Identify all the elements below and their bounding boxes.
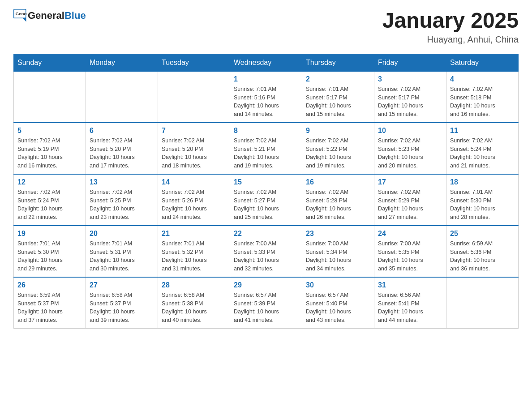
logo-blue-text: Blue <box>64 10 86 21</box>
day-number: 27 <box>90 281 154 289</box>
day-info: Sunrise: 7:02 AMSunset: 5:17 PMDaylight:… <box>378 85 442 119</box>
day-info: Sunrise: 7:00 AMSunset: 5:35 PMDaylight:… <box>378 240 442 273</box>
week-row-2: 5Sunrise: 7:02 AMSunset: 5:19 PMDaylight… <box>14 123 519 174</box>
day-number: 12 <box>17 178 82 186</box>
page-header: General GeneralBlue January 2025 Huayang… <box>13 9 519 45</box>
day-info: Sunrise: 7:02 AMSunset: 5:19 PMDaylight:… <box>17 137 82 170</box>
day-cell-31: 31Sunrise: 6:56 AMSunset: 5:41 PMDayligh… <box>374 277 446 329</box>
day-cell-19: 19Sunrise: 7:01 AMSunset: 5:30 PMDayligh… <box>14 226 86 277</box>
day-number: 26 <box>17 281 82 289</box>
empty-cell <box>446 277 519 329</box>
svg-text:General: General <box>16 11 27 16</box>
day-info: Sunrise: 7:02 AMSunset: 5:29 PMDaylight:… <box>378 188 442 222</box>
day-number: 28 <box>162 281 226 289</box>
day-header-sunday: Sunday <box>14 54 86 71</box>
day-info: Sunrise: 7:02 AMSunset: 5:28 PMDaylight:… <box>306 188 370 222</box>
day-cell-6: 6Sunrise: 7:02 AMSunset: 5:20 PMDaylight… <box>86 123 158 174</box>
day-info: Sunrise: 6:59 AMSunset: 5:37 PMDaylight:… <box>17 291 82 325</box>
day-cell-26: 26Sunrise: 6:59 AMSunset: 5:37 PMDayligh… <box>14 277 86 329</box>
logo: General GeneralBlue <box>13 9 86 22</box>
day-cell-25: 25Sunrise: 6:59 AMSunset: 5:36 PMDayligh… <box>446 226 519 277</box>
day-number: 14 <box>162 178 226 186</box>
day-number: 2 <box>306 75 370 83</box>
week-row-1: 1Sunrise: 7:01 AMSunset: 5:16 PMDaylight… <box>14 71 519 123</box>
day-info: Sunrise: 7:01 AMSunset: 5:31 PMDaylight:… <box>90 240 154 273</box>
day-info: Sunrise: 7:02 AMSunset: 5:22 PMDaylight:… <box>306 137 370 170</box>
day-cell-23: 23Sunrise: 7:00 AMSunset: 5:34 PMDayligh… <box>302 226 374 277</box>
day-number: 13 <box>90 178 154 186</box>
day-cell-24: 24Sunrise: 7:00 AMSunset: 5:35 PMDayligh… <box>374 226 446 277</box>
day-info: Sunrise: 7:01 AMSunset: 5:30 PMDaylight:… <box>450 188 515 222</box>
day-cell-1: 1Sunrise: 7:01 AMSunset: 5:16 PMDaylight… <box>230 71 302 123</box>
day-number: 31 <box>378 281 442 289</box>
day-number: 20 <box>90 230 154 238</box>
day-number: 18 <box>450 178 515 186</box>
day-cell-27: 27Sunrise: 6:58 AMSunset: 5:37 PMDayligh… <box>86 277 158 329</box>
day-info: Sunrise: 7:02 AMSunset: 5:20 PMDaylight:… <box>162 137 226 170</box>
day-info: Sunrise: 6:57 AMSunset: 5:40 PMDaylight:… <box>306 291 370 325</box>
week-row-3: 12Sunrise: 7:02 AMSunset: 5:24 PMDayligh… <box>14 174 519 226</box>
day-number: 15 <box>234 178 298 186</box>
day-cell-5: 5Sunrise: 7:02 AMSunset: 5:19 PMDaylight… <box>14 123 86 174</box>
day-info: Sunrise: 7:02 AMSunset: 5:27 PMDaylight:… <box>234 188 298 222</box>
day-cell-28: 28Sunrise: 6:58 AMSunset: 5:38 PMDayligh… <box>158 277 230 329</box>
day-header-saturday: Saturday <box>446 54 519 71</box>
day-cell-30: 30Sunrise: 6:57 AMSunset: 5:40 PMDayligh… <box>302 277 374 329</box>
empty-cell <box>86 71 158 123</box>
day-header-monday: Monday <box>86 54 158 71</box>
day-info: Sunrise: 7:01 AMSunset: 5:16 PMDaylight:… <box>234 85 298 119</box>
logo-icon: General <box>13 9 27 22</box>
location: Huayang, Anhui, China <box>382 34 519 45</box>
day-number: 3 <box>378 75 442 83</box>
day-cell-4: 4Sunrise: 7:02 AMSunset: 5:18 PMDaylight… <box>446 71 519 123</box>
week-row-4: 19Sunrise: 7:01 AMSunset: 5:30 PMDayligh… <box>14 226 519 277</box>
day-cell-3: 3Sunrise: 7:02 AMSunset: 5:17 PMDaylight… <box>374 71 446 123</box>
day-info: Sunrise: 7:00 AMSunset: 5:33 PMDaylight:… <box>234 240 298 273</box>
calendar-table: SundayMondayTuesdayWednesdayThursdayFrid… <box>13 54 519 329</box>
day-info: Sunrise: 7:02 AMSunset: 5:20 PMDaylight:… <box>90 137 154 170</box>
day-cell-14: 14Sunrise: 7:02 AMSunset: 5:26 PMDayligh… <box>158 174 230 226</box>
empty-cell <box>158 71 230 123</box>
day-info: Sunrise: 7:01 AMSunset: 5:32 PMDaylight:… <box>162 240 226 273</box>
day-cell-13: 13Sunrise: 7:02 AMSunset: 5:25 PMDayligh… <box>86 174 158 226</box>
day-cell-17: 17Sunrise: 7:02 AMSunset: 5:29 PMDayligh… <box>374 174 446 226</box>
day-info: Sunrise: 7:02 AMSunset: 5:21 PMDaylight:… <box>234 137 298 170</box>
day-number: 5 <box>17 127 82 135</box>
day-info: Sunrise: 7:02 AMSunset: 5:24 PMDaylight:… <box>450 137 515 170</box>
empty-cell <box>14 71 86 123</box>
day-cell-11: 11Sunrise: 7:02 AMSunset: 5:24 PMDayligh… <box>446 123 519 174</box>
day-number: 1 <box>234 75 298 83</box>
day-number: 7 <box>162 127 226 135</box>
title-block: January 2025 Huayang, Anhui, China <box>382 9 519 45</box>
day-number: 23 <box>306 230 370 238</box>
day-header-tuesday: Tuesday <box>158 54 230 71</box>
day-info: Sunrise: 6:57 AMSunset: 5:39 PMDaylight:… <box>234 291 298 325</box>
day-info: Sunrise: 7:01 AMSunset: 5:30 PMDaylight:… <box>17 240 82 273</box>
day-cell-20: 20Sunrise: 7:01 AMSunset: 5:31 PMDayligh… <box>86 226 158 277</box>
day-number: 19 <box>17 230 82 238</box>
day-header-thursday: Thursday <box>302 54 374 71</box>
days-header-row: SundayMondayTuesdayWednesdayThursdayFrid… <box>14 54 519 71</box>
day-header-friday: Friday <box>374 54 446 71</box>
day-cell-16: 16Sunrise: 7:02 AMSunset: 5:28 PMDayligh… <box>302 174 374 226</box>
day-number: 10 <box>378 127 442 135</box>
day-cell-15: 15Sunrise: 7:02 AMSunset: 5:27 PMDayligh… <box>230 174 302 226</box>
day-cell-21: 21Sunrise: 7:01 AMSunset: 5:32 PMDayligh… <box>158 226 230 277</box>
day-info: Sunrise: 6:58 AMSunset: 5:38 PMDaylight:… <box>162 291 226 325</box>
day-number: 11 <box>450 127 515 135</box>
day-number: 8 <box>234 127 298 135</box>
day-number: 22 <box>234 230 298 238</box>
day-info: Sunrise: 6:58 AMSunset: 5:37 PMDaylight:… <box>90 291 154 325</box>
month-title: January 2025 <box>382 9 519 33</box>
day-cell-10: 10Sunrise: 7:02 AMSunset: 5:23 PMDayligh… <box>374 123 446 174</box>
day-number: 17 <box>378 178 442 186</box>
day-info: Sunrise: 7:00 AMSunset: 5:34 PMDaylight:… <box>306 240 370 273</box>
day-number: 4 <box>450 75 515 83</box>
day-cell-18: 18Sunrise: 7:01 AMSunset: 5:30 PMDayligh… <box>446 174 519 226</box>
day-number: 25 <box>450 230 515 238</box>
day-info: Sunrise: 6:56 AMSunset: 5:41 PMDaylight:… <box>378 291 442 325</box>
day-number: 24 <box>378 230 442 238</box>
day-info: Sunrise: 7:02 AMSunset: 5:26 PMDaylight:… <box>162 188 226 222</box>
day-info: Sunrise: 7:02 AMSunset: 5:25 PMDaylight:… <box>90 188 154 222</box>
logo-general-text: General <box>28 10 64 21</box>
